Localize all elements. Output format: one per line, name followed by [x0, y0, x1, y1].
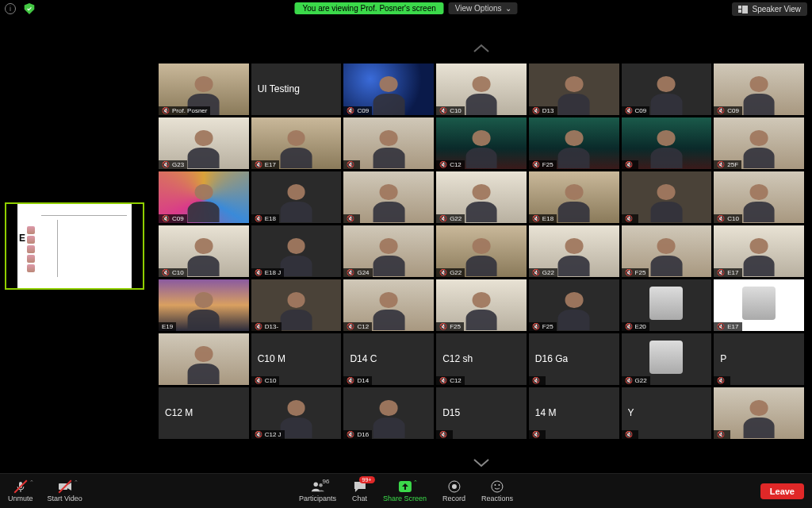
svg-point-11	[492, 481, 503, 492]
participant-tile[interactable]: 🔇E17	[714, 279, 804, 331]
participant-name-label: 🔇E18	[251, 214, 279, 223]
muted-icon: 🔇	[717, 107, 725, 114]
participant-tile[interactable]: 14 M🔇	[529, 387, 619, 439]
muted-icon: 🔇	[162, 107, 170, 114]
participant-tile[interactable]: 🔇E17	[714, 225, 804, 277]
participant-tile[interactable]: 🔇Prof. Posner	[159, 64, 249, 115]
speaker-view-button[interactable]: Speaker View	[732, 2, 807, 16]
participant-tile[interactable]: 🔇25F	[714, 117, 804, 169]
participant-tile[interactable]: 🔇F25	[529, 117, 619, 169]
participant-name-label: 🔇F25	[529, 160, 557, 169]
participant-tile[interactable]: 🔇	[714, 387, 804, 439]
participant-tile[interactable]: 🔇E18	[251, 171, 342, 223]
participant-tile[interactable]: 🔇C12	[436, 117, 527, 169]
participant-tile[interactable]: D14 C🔇D14	[343, 333, 434, 385]
reactions-button[interactable]: Reactions	[481, 479, 513, 502]
participant-tile[interactable]: 🔇	[343, 171, 434, 223]
participant-tile[interactable]: 🔇G22	[622, 333, 712, 385]
participant-tile[interactable]: 🔇C10	[714, 171, 804, 223]
participant-tile[interactable]: 🔇G23	[159, 117, 249, 169]
share-screen-button[interactable]: ⌃ Share Screen	[383, 479, 427, 502]
participant-name-label: E19	[159, 322, 176, 331]
participant-tile[interactable]: 🔇G22	[436, 171, 527, 223]
participant-tile[interactable]: UI Testing	[251, 64, 342, 115]
participant-tile[interactable]: 🔇C09	[343, 64, 434, 115]
record-icon	[447, 479, 462, 494]
participant-tile[interactable]: 🔇G24	[343, 225, 434, 277]
participant-tile[interactable]: 🔇D13-	[251, 279, 342, 331]
participant-tile[interactable]: C12 M	[159, 387, 249, 439]
participants-button[interactable]: 96 Participants	[299, 479, 336, 502]
participant-tile[interactable]: 🔇C10	[159, 225, 249, 277]
participant-name-label: 🔇E17	[714, 322, 741, 331]
participant-tile[interactable]: 🔇C12	[343, 279, 434, 331]
participant-tile[interactable]: 🔇C12 J	[251, 387, 342, 439]
participant-tile[interactable]: 🔇G22	[529, 225, 619, 277]
participant-tile[interactable]: 🔇C10	[436, 64, 527, 115]
chevron-down-icon: ⌄	[505, 4, 511, 13]
view-options-dropdown[interactable]: View Options ⌄	[449, 2, 518, 14]
participant-tile[interactable]: P🔇	[714, 333, 804, 385]
participant-tile[interactable]: Y🔇	[622, 387, 712, 439]
svg-rect-0	[738, 6, 741, 9]
participant-tile[interactable]: D15🔇	[436, 387, 527, 439]
participant-tile[interactable]	[159, 333, 249, 385]
participant-tile[interactable]: 🔇E17	[251, 117, 342, 169]
participant-name-label: 🔇C12	[436, 376, 465, 385]
reactions-label: Reactions	[481, 495, 513, 502]
info-icon[interactable]: i	[5, 3, 16, 14]
participant-tile[interactable]: 🔇C09	[622, 64, 712, 115]
participant-name-label: 🔇	[622, 214, 638, 223]
muted-icon: 🔇	[347, 377, 354, 384]
participant-display-name: D14 C	[350, 353, 377, 364]
participant-tile[interactable]: C12 sh🔇C12	[436, 333, 527, 385]
gallery-page-up[interactable]	[473, 43, 490, 56]
participant-tile[interactable]: 🔇F25	[436, 279, 527, 331]
participant-name-label: 🔇C10	[251, 376, 280, 385]
svg-rect-1	[742, 6, 748, 13]
muted-icon: 🔇	[532, 431, 540, 438]
participant-tile[interactable]: E19	[159, 279, 249, 331]
svg-rect-2	[738, 10, 741, 13]
participant-tile[interactable]: 🔇C09	[159, 171, 249, 223]
record-button[interactable]: Record	[442, 479, 465, 502]
participant-name-label: 🔇E18	[529, 214, 557, 223]
participant-name-label: 🔇E17	[714, 268, 741, 277]
muted-icon: 🔇	[532, 107, 540, 114]
participant-tile[interactable]: 🔇F25	[529, 279, 619, 331]
shared-screen-thumbnail[interactable]: E	[5, 202, 144, 290]
participant-tile[interactable]: 🔇D13	[529, 64, 619, 115]
muted-icon: 🔇	[439, 431, 447, 438]
participant-name-label: 🔇E20	[622, 322, 649, 331]
share-label: Share Screen	[383, 495, 427, 502]
participants-icon: 96	[310, 479, 324, 494]
participant-tile[interactable]: C10 M🔇C10	[251, 333, 342, 385]
encryption-shield-icon[interactable]	[24, 3, 35, 14]
participant-tile[interactable]: 🔇	[622, 117, 712, 169]
participant-tile[interactable]: 🔇	[622, 171, 712, 223]
share-screen-icon: ⌃	[397, 479, 412, 494]
participant-tile[interactable]: 🔇C09	[714, 64, 804, 115]
participant-tile[interactable]: 🔇E18 J	[251, 225, 342, 277]
chat-button[interactable]: 99+ Chat	[352, 479, 367, 502]
participant-tile[interactable]: 🔇G22	[436, 225, 527, 277]
participant-name-label: 🔇	[343, 214, 360, 223]
muted-icon: 🔇	[439, 161, 447, 168]
participant-tile[interactable]: D16 Ga🔇	[529, 333, 619, 385]
participant-tile[interactable]: 🔇F25	[622, 225, 712, 277]
participant-name-label: 🔇E18 J	[251, 268, 284, 277]
participant-tile[interactable]: 🔇E20	[622, 279, 712, 331]
participant-tile[interactable]: 🔇D16	[343, 387, 434, 439]
muted-icon: 🔇	[717, 377, 725, 384]
participant-name-label: 🔇G23	[159, 160, 187, 169]
muted-icon: 🔇	[717, 269, 725, 276]
svg-point-6	[313, 483, 317, 487]
leave-button[interactable]: Leave	[760, 483, 804, 499]
start-video-button[interactable]: ⌃ Start Video	[48, 479, 82, 502]
participant-tile[interactable]: 🔇	[343, 117, 434, 169]
unmute-button[interactable]: ⌃ Unmute	[8, 479, 33, 502]
microphone-muted-icon: ⌃	[13, 479, 28, 494]
gallery-page-down[interactable]	[473, 457, 490, 470]
participant-tile[interactable]: 🔇E18	[529, 171, 619, 223]
share-sidebar: E	[0, 19, 151, 473]
